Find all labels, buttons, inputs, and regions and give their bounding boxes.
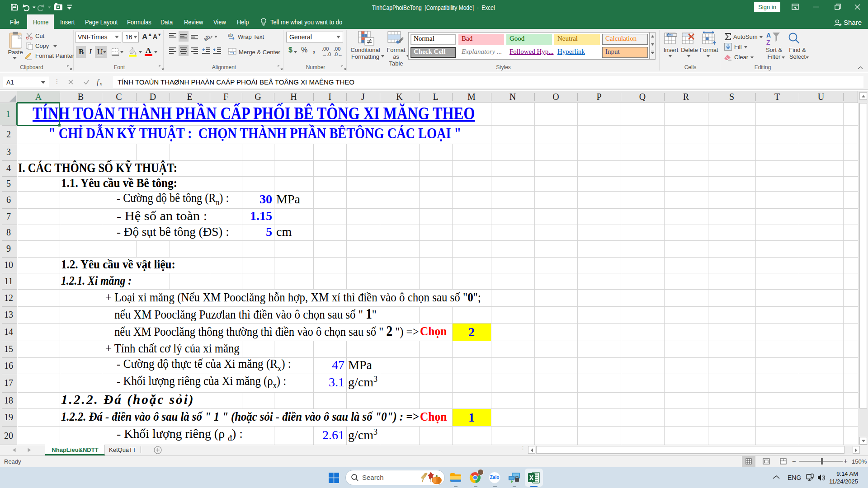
svg-text:Z: Z xyxy=(766,39,770,46)
svg-text:ab: ab xyxy=(228,33,233,38)
svg-text:ab: ab xyxy=(203,33,211,42)
svg-text:f: f xyxy=(97,78,100,86)
svg-text:x: x xyxy=(99,81,102,86)
svg-text:A: A xyxy=(766,32,771,39)
